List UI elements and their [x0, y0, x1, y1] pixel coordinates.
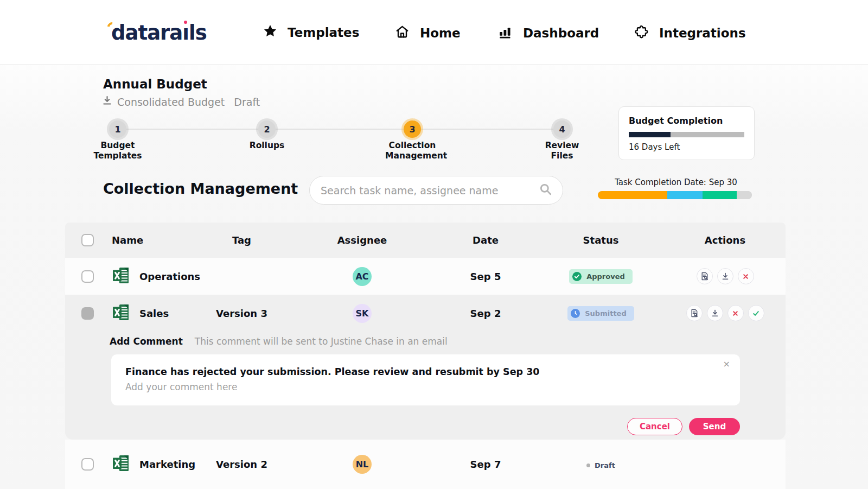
table-row-sales: Sales Version 3 SK Sep 2 Submitted [65, 295, 786, 332]
budget-completion-title: Budget Completion [629, 116, 744, 126]
table-row-marketing: Marketing Version 2 NL Sep 7 Draft [65, 440, 786, 489]
status-badge-submitted: Submitted [567, 306, 634, 321]
step-label-budget-templates: Budget Templates [91, 141, 145, 161]
comment-actions: Cancel Send [65, 418, 786, 435]
task-completion-label: Task Completion Date: Sep 30 [597, 177, 755, 187]
puzzle-icon [634, 24, 649, 42]
assignee-avatar: NL [353, 455, 372, 474]
search-bar [309, 176, 563, 205]
step-number: 3 [409, 124, 415, 135]
budget-progress-fill [629, 132, 671, 137]
draft-dot-icon [586, 463, 590, 467]
row-checkbox[interactable] [81, 270, 94, 283]
nav-item-dashboard[interactable]: Dashboard [497, 24, 599, 42]
column-header-tag: Tag [232, 234, 251, 246]
nav-label: Home [420, 26, 461, 40]
add-comment-label: Add Comment [110, 336, 183, 347]
datarails-logo[interactable]: dataraıls [111, 18, 207, 47]
status-badge-draft: Draft [586, 461, 615, 469]
page-title: Annual Budget [103, 77, 207, 91]
task-table: Name Tag Assignee Date Status Actions Op… [65, 223, 786, 489]
column-header-actions: Actions [705, 234, 745, 246]
add-comment-row: Add Comment This comment will be sent to… [110, 336, 786, 347]
logo-i-glyph: ı [182, 21, 189, 45]
status-badge-approved: Approved [569, 269, 633, 284]
preview-file-button[interactable] [686, 305, 703, 321]
subtitle-status: Draft [234, 96, 260, 108]
excel-file-icon [112, 454, 130, 474]
approved-check-icon [572, 272, 582, 281]
nav-item-templates[interactable]: Templates [263, 24, 359, 41]
row-checkbox[interactable] [81, 458, 94, 471]
close-icon[interactable]: × [721, 357, 732, 371]
status-text: Submitted [585, 309, 626, 317]
approve-button[interactable] [748, 305, 764, 321]
step-circle-4[interactable]: 4 [553, 120, 571, 138]
task-completion-segment [667, 191, 703, 199]
step-number: 2 [264, 124, 270, 135]
download-file-button[interactable] [707, 305, 723, 321]
rejection-message: Finance has rejected your submission. Pl… [125, 366, 726, 377]
logo-part-i: ı [182, 21, 189, 45]
excel-file-icon [112, 303, 130, 323]
step-circle-3[interactable]: 3 [404, 120, 421, 138]
logo-pink-dot [184, 21, 187, 24]
task-completion-segment [598, 191, 667, 199]
search-icon[interactable] [539, 182, 553, 199]
days-left-text: 16 Days Left [629, 142, 744, 152]
star-icon [263, 24, 278, 41]
logo-text: dataraıls [111, 21, 207, 45]
approve-check-icon [752, 309, 760, 317]
nav-label: Dashboard [523, 26, 599, 40]
download-file-button[interactable] [717, 268, 733, 284]
send-button[interactable]: Send [689, 418, 740, 435]
preview-file-button[interactable] [697, 268, 713, 284]
reject-button[interactable] [738, 268, 754, 284]
task-tag: Version 2 [216, 459, 267, 470]
cancel-button[interactable]: Cancel [627, 418, 682, 435]
step-circle-1[interactable]: 1 [109, 120, 126, 138]
home-icon [394, 24, 410, 42]
comment-input[interactable] [125, 382, 696, 392]
bar-chart-icon [497, 24, 513, 42]
task-completion-segment [737, 191, 752, 199]
download-file-icon [721, 272, 730, 281]
row-checkbox[interactable] [81, 307, 94, 320]
reject-x-icon [742, 272, 750, 281]
reject-button[interactable] [727, 305, 744, 321]
column-header-assignee: Assignee [337, 234, 387, 246]
assignee-avatar: AC [353, 267, 372, 286]
breadcrumb: Consolidated Budget Draft [102, 96, 260, 108]
step-label-rollups: Rollups [240, 141, 294, 151]
preview-file-icon [700, 272, 709, 281]
table-row-operations: Operations AC Sep 5 Approved [65, 258, 786, 295]
task-name: Sales [139, 308, 169, 319]
task-date: Sep 5 [470, 271, 501, 282]
step-circle-2[interactable]: 2 [258, 120, 276, 138]
excel-file-icon [112, 266, 130, 287]
select-all-checkbox[interactable] [81, 234, 94, 246]
logo-part-post: ls [189, 21, 207, 45]
budget-progress-track [629, 132, 744, 137]
status-text: Approved [586, 272, 625, 281]
column-header-date: Date [473, 234, 499, 246]
download-icon[interactable] [102, 96, 112, 108]
nav-item-home[interactable]: Home [394, 24, 461, 42]
preview-file-icon [690, 309, 699, 317]
step-number: 1 [114, 124, 120, 135]
section-title: Collection Management [103, 180, 298, 197]
page: dataraıls Templates Home Dashboard Integ [0, 0, 868, 489]
nav-label: Templates [288, 26, 359, 40]
task-date: Sep 2 [470, 308, 501, 319]
column-header-status: Status [583, 234, 619, 246]
logo-part-pre: datara [111, 21, 182, 45]
status-text: Draft [595, 461, 615, 469]
search-input[interactable] [321, 185, 539, 196]
comment-box: × Finance has rejected your submission. … [111, 354, 740, 405]
reject-x-icon [731, 309, 739, 317]
step-label-review-files: Review Files [535, 141, 589, 161]
task-completion-segment [703, 191, 736, 199]
column-header-name: Name [112, 234, 193, 246]
nav-item-integrations[interactable]: Integrations [634, 24, 746, 42]
budget-completion-card: Budget Completion 16 Days Left [618, 106, 755, 160]
